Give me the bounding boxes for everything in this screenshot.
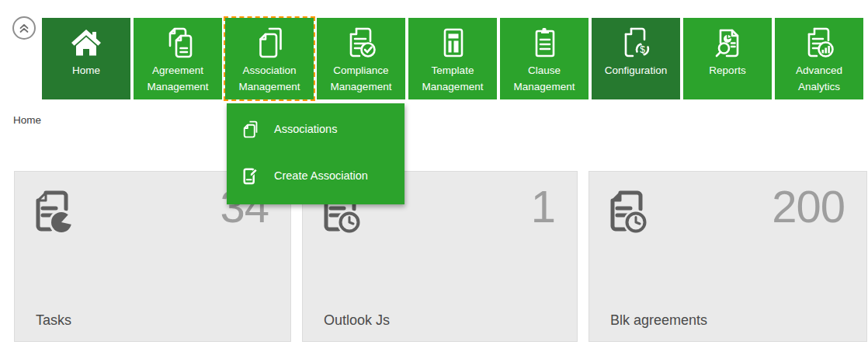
home-icon xyxy=(42,22,130,63)
tile-label: Association Management xyxy=(226,62,313,95)
template-layout-icon xyxy=(408,22,497,63)
tab-advanced-analytics[interactable]: Advanced Analytics xyxy=(775,18,863,99)
menu-item-associations[interactable]: Associations xyxy=(227,109,404,149)
reports-search-doc-icon xyxy=(683,22,772,63)
dashboard-cards: 34 Tasks 1 Outlook Js xyxy=(14,171,867,342)
tab-association-management[interactable]: Association Management xyxy=(225,18,314,99)
collapse-ribbon-button[interactable] xyxy=(12,16,36,40)
tile-label: Template Management xyxy=(409,62,496,95)
card-label: Blk agreements xyxy=(610,312,707,329)
document-clock-icon xyxy=(604,187,649,237)
card-value: 1 xyxy=(531,184,555,229)
breadcrumb[interactable]: Home xyxy=(13,114,41,126)
tile-label: Advanced Analytics xyxy=(776,62,863,95)
tile-label: Home xyxy=(43,62,130,78)
tab-configuration[interactable]: $ Configuration xyxy=(592,18,680,99)
svg-text:$: $ xyxy=(640,44,645,54)
create-association-icon xyxy=(240,166,274,186)
compliance-check-doc-icon xyxy=(317,22,405,63)
tab-compliance-management[interactable]: Compliance Management xyxy=(317,18,405,99)
tab-home[interactable]: Home xyxy=(42,18,130,99)
tab-agreement-management[interactable]: Agreement Management xyxy=(134,18,222,99)
card-value: 200 xyxy=(772,184,845,229)
chevron-double-up-icon xyxy=(17,21,31,35)
tile-label: Configuration xyxy=(592,62,679,78)
association-docs-icon xyxy=(240,120,274,139)
tile-label: Compliance Management xyxy=(318,62,404,95)
card-label: Outlook Js xyxy=(324,312,390,329)
document-pie-icon xyxy=(30,187,75,237)
menu-item-label: Associations xyxy=(274,123,337,135)
tile-label: Reports xyxy=(684,62,771,78)
card-label: Tasks xyxy=(36,312,71,329)
agreement-docs-icon xyxy=(134,22,222,63)
tile-label: Clause Management xyxy=(501,62,588,95)
tab-reports[interactable]: Reports xyxy=(683,18,772,99)
configuration-dollar-doc-icon: $ xyxy=(592,22,680,63)
association-management-dropdown: Associations Create Association xyxy=(227,103,404,204)
card-blk-agreements[interactable]: 200 Blk agreements xyxy=(589,171,867,342)
analytics-chart-doc-icon xyxy=(775,22,863,63)
association-docs-icon xyxy=(225,22,314,63)
tile-label: Agreement Management xyxy=(134,62,221,95)
tab-clause-management[interactable]: Clause Management xyxy=(500,18,589,99)
ribbon-nav: Home Agreement Management Association Ma… xyxy=(42,18,863,99)
clause-clipboard-icon xyxy=(500,22,589,63)
tab-template-management[interactable]: Template Management xyxy=(408,18,497,99)
menu-item-create-association[interactable]: Create Association xyxy=(227,155,404,196)
menu-item-label: Create Association xyxy=(274,169,368,182)
